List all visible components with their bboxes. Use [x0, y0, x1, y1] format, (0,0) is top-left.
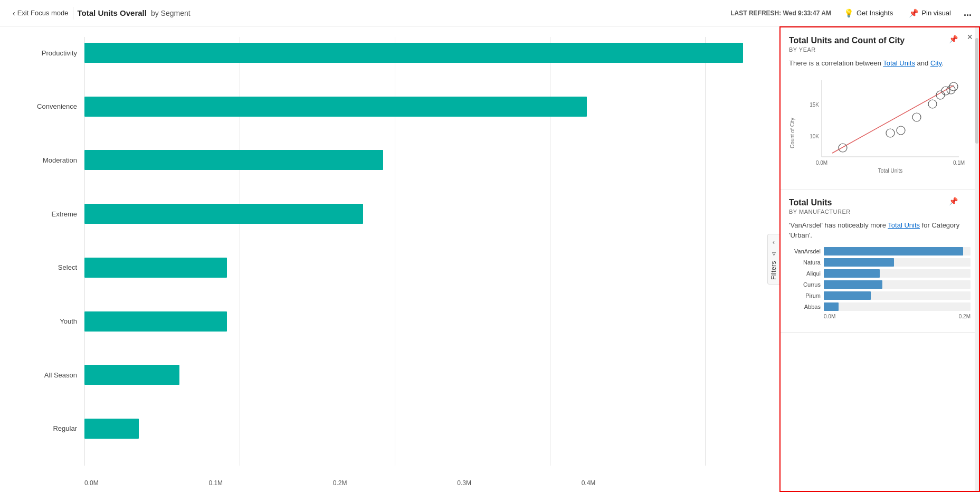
bar-fill-moderation: [84, 150, 383, 170]
svg-text:Total Units: Total Units: [878, 168, 903, 174]
mini-track-abbas: [824, 302, 971, 311]
pin-visual-label: Pin visual: [921, 9, 951, 17]
card1-link1[interactable]: Total Units: [883, 59, 915, 67]
x-label-2: 0.2M: [333, 479, 457, 487]
chart-row-youth: Youth: [32, 306, 764, 337]
mini-fill-abbas: [824, 302, 839, 311]
more-options-button[interactable]: ...: [964, 7, 972, 18]
pin-icon: 📌: [909, 8, 919, 18]
mini-track-currus: [824, 280, 971, 289]
chart-row-productivity: Productivity: [32, 37, 764, 69]
x-label-4: 0.4M: [582, 479, 706, 487]
card2-link[interactable]: Total Units: [888, 221, 920, 229]
card1-description: There is a correlation between Total Uni…: [789, 58, 971, 69]
scatter-plot: 15K 10K 0.0M 0.1M Count of City Total Un…: [789, 75, 971, 181]
chart-area: Productivity Convenience Moderation Extr…: [0, 26, 779, 492]
chevron-left-icon: ‹: [773, 239, 775, 246]
get-insights-label: Get Insights: [857, 9, 893, 17]
get-insights-button[interactable]: 💡 Get Insights: [841, 6, 896, 20]
scrollbar[interactable]: [975, 27, 979, 491]
pin-visual-button[interactable]: 📌 Pin visual: [906, 6, 954, 20]
last-refresh-label: LAST REFRESH:: [730, 10, 781, 17]
svg-text:0.0M: 0.0M: [816, 160, 827, 166]
card1-desc-mid: and: [915, 59, 930, 67]
card2-description: 'VanArsdel' has noticeably more Total Un…: [789, 220, 971, 241]
exit-focus-label: Exit Focus mode: [17, 9, 69, 17]
main-content: Productivity Convenience Moderation Extr…: [0, 26, 980, 492]
svg-point-13: [928, 100, 937, 108]
mini-fill-aliqui: [824, 269, 880, 278]
svg-line-8: [832, 86, 954, 153]
x-label-3: 0.3M: [457, 479, 581, 487]
bar-fill-allseason: [84, 365, 179, 385]
svg-point-11: [897, 126, 905, 135]
bar-track-extreme: [84, 204, 764, 224]
card2-title: Total Units: [789, 198, 971, 207]
mini-label-pirum: Pirum: [789, 292, 821, 299]
scatter-svg: 15K 10K 0.0M 0.1M Count of City Total Un…: [789, 75, 971, 175]
header: ‹ Exit Focus mode Total Units Overall by…: [0, 0, 980, 26]
header-left: ‹ Exit Focus mode Total Units Overall by…: [8, 7, 724, 20]
bar-track-productivity: [84, 43, 764, 63]
bar-fill-youth: [84, 311, 227, 332]
mini-fill-vanarsdel: [824, 247, 963, 256]
mini-bar-row-natura: Natura: [789, 258, 971, 267]
pin-card2-icon[interactable]: 📌: [949, 197, 958, 205]
x-label-1: 0.1M: [208, 479, 332, 487]
bar-label-convenience: Convenience: [32, 102, 84, 110]
svg-point-9: [839, 144, 847, 152]
bar-label-youth: Youth: [32, 317, 84, 325]
bar-fill-extreme: [84, 204, 363, 224]
mini-label-vanarsdel: VanArsdel: [789, 248, 821, 254]
bar-label-moderation: Moderation: [32, 156, 84, 164]
mini-track-aliqui: [824, 269, 971, 278]
bar-track-select: [84, 258, 764, 278]
card1-link2[interactable]: City: [930, 59, 941, 67]
chart-row-select: Select: [32, 252, 764, 283]
bar-track-moderation: [84, 150, 764, 170]
card1-desc-before: There is a correlation between: [789, 59, 883, 67]
svg-text:15K: 15K: [810, 102, 819, 108]
card1-desc-after: .: [941, 59, 944, 67]
arrow-left-icon: ‹: [13, 9, 15, 17]
close-button[interactable]: ×: [967, 32, 973, 43]
last-refresh: LAST REFRESH: Wed 9:33:47 AM: [730, 10, 831, 17]
svg-text:0.1M: 0.1M: [953, 160, 965, 166]
bar-track-regular: [84, 419, 764, 439]
card1-title: Total Units and Count of City: [789, 36, 971, 45]
svg-point-12: [912, 113, 921, 121]
svg-point-14: [936, 91, 945, 99]
last-refresh-value: Wed 9:33:47 AM: [783, 10, 831, 17]
mini-bar-row-aliqui: Aliqui: [789, 269, 971, 278]
bar-label-regular: Regular: [32, 424, 84, 432]
bulb-icon: 💡: [844, 8, 854, 18]
filters-tab[interactable]: ‹ ▿ Filters: [767, 234, 779, 285]
insight-card-scatter: 📌 Total Units and Count of City BY YEAR …: [781, 27, 979, 190]
funnel-icon: ▿: [772, 249, 776, 258]
mini-fill-currus: [824, 280, 882, 289]
exit-focus-button[interactable]: ‹ Exit Focus mode: [8, 7, 73, 20]
insights-panel: × 📌 Total Units and Count of City BY YEA…: [779, 26, 980, 492]
svg-text:10K: 10K: [810, 134, 819, 139]
chart-row-extreme: Extreme: [32, 198, 764, 230]
svg-point-15: [941, 87, 950, 95]
pin-card1-icon[interactable]: 📌: [949, 35, 958, 43]
filters-label: Filters: [770, 261, 777, 280]
page-title-by: by Segment: [151, 9, 191, 17]
mini-bar-row-currus: Currus: [789, 280, 971, 289]
card1-subtitle: BY YEAR: [789, 46, 971, 53]
mini-fill-pirum: [824, 291, 871, 300]
mini-track-vanarsdel: [824, 247, 971, 256]
bar-label-select: Select: [32, 263, 84, 271]
mini-track-pirum: [824, 291, 971, 300]
x-label-0: 0.0M: [84, 479, 208, 487]
svg-point-10: [886, 129, 895, 137]
x-axis: 0.0M 0.1M 0.2M 0.3M 0.4M: [84, 475, 706, 487]
mini-x-axis: 0.0M 0.2M: [824, 314, 971, 319]
bar-track-convenience: [84, 97, 764, 117]
bar-fill-select: [84, 258, 227, 278]
mini-track-natura: [824, 258, 971, 267]
mini-x-label-1: 0.2M: [897, 314, 971, 319]
mini-fill-natura: [824, 258, 894, 267]
mini-bar-row-pirum: Pirum: [789, 291, 971, 300]
